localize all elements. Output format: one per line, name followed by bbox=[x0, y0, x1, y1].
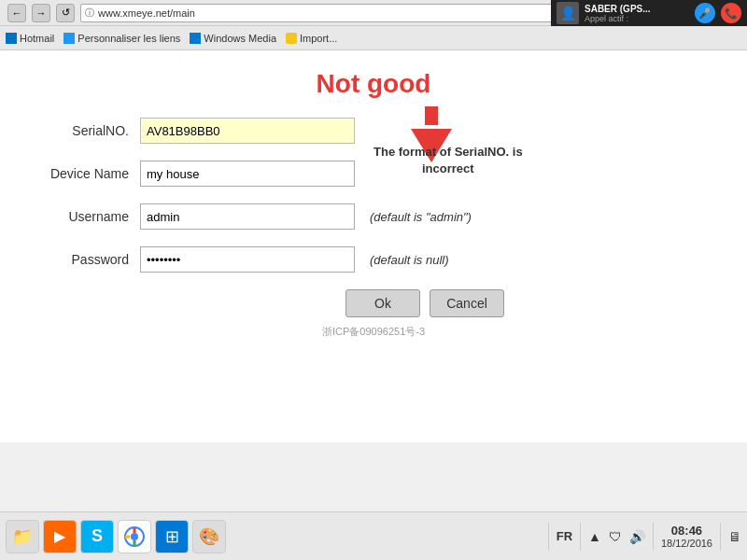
taskbar-right: FR ▲ 🛡 🔊 08:46 18/12/2016 🖥 bbox=[548, 523, 747, 551]
ok-button[interactable]: Ok bbox=[345, 289, 420, 317]
page-title: Not good bbox=[28, 69, 719, 99]
cancel-button[interactable]: Cancel bbox=[430, 289, 504, 317]
device-name-label: Device Name bbox=[37, 166, 140, 181]
perso-icon bbox=[63, 33, 75, 44]
bookmark-hotmail-label: Hotmail bbox=[20, 33, 54, 44]
call-name: SABER (GPS... bbox=[585, 4, 689, 14]
taskbar-separator-4 bbox=[720, 523, 721, 551]
error-text: The format of SerialNO. is incorrect bbox=[374, 145, 523, 175]
bookmark-import-label: Import... bbox=[300, 33, 337, 44]
main-content: Not good The format of SerialNO. is inco… bbox=[0, 50, 747, 442]
windows-media-icon bbox=[190, 33, 201, 44]
bookmark-perso-label: Personnaliser les liens bbox=[78, 33, 180, 44]
back-button[interactable]: ← bbox=[7, 4, 26, 22]
taskbar-icons: 📁 ▶ S ⊞ 🎨 bbox=[0, 520, 232, 553]
refresh-button[interactable]: ↺ bbox=[56, 4, 75, 22]
forward-button[interactable]: → bbox=[32, 4, 50, 22]
call-status: Appel actif : bbox=[585, 14, 689, 23]
footer: 浙ICP备09096251号-3 bbox=[28, 317, 719, 343]
chrome-icon[interactable] bbox=[118, 520, 151, 553]
call-avatar: 👤 bbox=[557, 2, 579, 24]
bookmark-perso[interactable]: Personnaliser les liens bbox=[63, 33, 180, 44]
username-row: Username (default is "admin") bbox=[37, 203, 710, 230]
serial-label: SerialNO. bbox=[37, 123, 140, 138]
language-indicator: FR bbox=[557, 529, 572, 543]
username-label: Username bbox=[37, 209, 140, 224]
password-row: Password (default is null) bbox=[37, 246, 710, 273]
device-name-input[interactable] bbox=[140, 161, 355, 187]
system-clock: 08:46 18/12/2016 bbox=[661, 524, 712, 549]
mute-button[interactable]: 🎤 bbox=[695, 3, 715, 23]
skype-icon[interactable]: S bbox=[80, 520, 114, 553]
taskbar-separator-2 bbox=[580, 523, 581, 551]
clock-date: 18/12/2016 bbox=[661, 538, 712, 549]
username-input[interactable] bbox=[140, 203, 355, 230]
windows-icon[interactable]: ⊞ bbox=[155, 520, 189, 553]
bookmark-windows-media[interactable]: Windows Media bbox=[190, 33, 276, 44]
bookmark-hotmail[interactable]: Hotmail bbox=[6, 33, 54, 44]
active-call-bar: 👤 SABER (GPS... Appel actif : 🎤 📞 bbox=[551, 0, 747, 26]
clock-time: 08:46 bbox=[661, 524, 712, 538]
taskbar-separator-1 bbox=[548, 523, 549, 551]
password-input[interactable] bbox=[140, 246, 355, 273]
form-buttons: Ok Cancel bbox=[37, 289, 710, 317]
antivirus-icon[interactable]: 🛡 bbox=[609, 529, 622, 544]
end-call-button[interactable]: 📞 bbox=[721, 3, 741, 23]
taskbar: 📁 ▶ S ⊞ 🎨 FR ▲ 🛡 🔊 08:46 18/12/2016 🖥 bbox=[0, 511, 747, 560]
volume-icon[interactable]: 🔊 bbox=[629, 529, 645, 544]
arrow-stem bbox=[425, 106, 438, 125]
serial-row: SerialNO. bbox=[37, 118, 710, 144]
password-hint: (default is null) bbox=[370, 253, 449, 267]
browser-chrome: ← → ↺ ⓘ www.xmeye.net/main 👤 SABER (GPS.… bbox=[0, 0, 747, 26]
paint-icon[interactable]: 🎨 bbox=[192, 520, 226, 553]
bookmark-windows-label: Windows Media bbox=[204, 33, 276, 44]
media-player-icon[interactable]: ▶ bbox=[43, 520, 77, 553]
bookmarks-bar: Hotmail Personnaliser les liens Windows … bbox=[0, 26, 747, 50]
password-label: Password bbox=[37, 252, 140, 267]
call-info: SABER (GPS... Appel actif : bbox=[585, 4, 689, 23]
hotmail-icon bbox=[6, 33, 17, 44]
svg-point-1 bbox=[131, 533, 138, 540]
username-hint: (default is "admin") bbox=[370, 210, 472, 224]
taskbar-separator-3 bbox=[653, 523, 654, 551]
serial-input[interactable] bbox=[140, 118, 355, 144]
system-tray-arrow[interactable]: ▲ bbox=[588, 529, 601, 544]
url-text: www.xmeye.net/main bbox=[98, 7, 195, 19]
bookmark-import[interactable]: Import... bbox=[286, 33, 337, 44]
folder-icon[interactable]: 📁 bbox=[6, 520, 39, 553]
import-icon bbox=[286, 33, 297, 44]
show-desktop-icon[interactable]: 🖥 bbox=[728, 529, 741, 544]
error-message: The format of SerialNO. is incorrect bbox=[374, 144, 523, 177]
